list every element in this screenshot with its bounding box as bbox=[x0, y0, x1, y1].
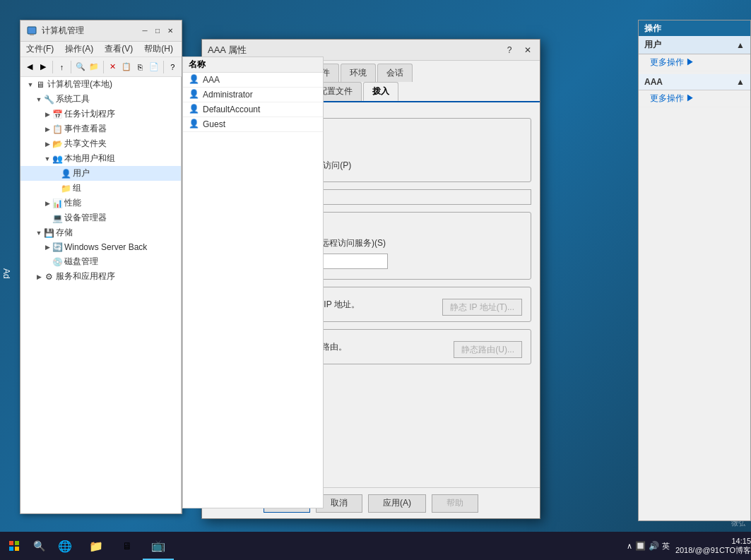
cm-minimize-button[interactable]: ─ bbox=[139, 25, 150, 37]
ops-more-actions2[interactable]: 更多操作 ▶ bbox=[639, 90, 750, 107]
icon-groups: 📁 bbox=[60, 183, 71, 194]
tree-item-root[interactable]: ▼ 🖥 计算机管理(本地) bbox=[20, 77, 181, 92]
cm-title: 计算机管理 bbox=[42, 25, 135, 37]
cm-close-button[interactable]: ✕ bbox=[165, 25, 176, 37]
toolbar-copy[interactable]: ⎘ bbox=[134, 59, 146, 75]
icon-sys-tools: 🔧 bbox=[43, 94, 54, 105]
svg-rect-2 bbox=[9, 541, 13, 545]
taskbar-search-button[interactable]: 🔍 bbox=[28, 532, 49, 560]
toolbar-properties[interactable]: 📋 bbox=[120, 59, 132, 75]
user-row-default[interactable]: 👤 DefaultAccount bbox=[183, 102, 323, 117]
taskbar-cm-icon[interactable]: 🖥 bbox=[112, 532, 143, 560]
toolbar-delete[interactable]: ✕ bbox=[107, 59, 119, 75]
toolbar-back[interactable]: ◀ bbox=[23, 59, 35, 75]
taskbar-explorer-icon[interactable]: 📁 bbox=[81, 532, 112, 560]
ops-section2-label: AAA bbox=[644, 77, 663, 87]
ops-panel-header: 操作 bbox=[639, 20, 750, 36]
expand-storage[interactable]: ▼ bbox=[35, 229, 43, 237]
windows-logo-icon bbox=[8, 540, 20, 552]
expand-event-viewer[interactable]: ▶ bbox=[43, 125, 52, 133]
static-routes-button[interactable]: 静态路由(U)... bbox=[454, 341, 522, 358]
expand-svc-apps[interactable]: ▶ bbox=[35, 273, 43, 281]
expand-sys-tools[interactable]: ▼ bbox=[35, 95, 43, 104]
icon-storage: 💾 bbox=[43, 227, 54, 239]
tree-item-local-users[interactable]: ▼ 👥 本地用户和组 bbox=[20, 151, 181, 166]
tree-item-groups[interactable]: ▶ 📁 组 bbox=[20, 181, 181, 196]
tree-item-storage[interactable]: ▼ 💾 存储 bbox=[20, 225, 181, 240]
tree-item-event-viewer[interactable]: ▶ 📋 事件查看器 bbox=[20, 121, 181, 136]
menu-help[interactable]: 帮助(H) bbox=[138, 42, 179, 57]
tree-item-dev-mgr[interactable]: ▶ 💻 设备管理器 bbox=[20, 210, 181, 225]
tree-label-task-sched: 任务计划程序 bbox=[64, 108, 115, 120]
cm-window-buttons: ─ □ ✕ bbox=[139, 25, 176, 37]
icon-disk-mgmt: 💿 bbox=[52, 256, 63, 268]
dialog-title: AAA 属性 bbox=[208, 44, 499, 56]
expand-task-sched[interactable]: ▶ bbox=[43, 110, 52, 119]
server-icon: 📺 bbox=[151, 539, 165, 552]
menu-file[interactable]: 文件(F) bbox=[20, 42, 59, 57]
apply-button[interactable]: 应用(A) bbox=[368, 494, 426, 513]
user-row-guest[interactable]: 👤 Guest bbox=[183, 117, 323, 132]
tree-label-sys-tools: 系统工具 bbox=[56, 93, 90, 105]
toolbar-help[interactable]: ? bbox=[166, 59, 178, 75]
tree-item-sys-tools[interactable]: ▼ 🔧 系统工具 bbox=[20, 92, 181, 107]
ops-section1-title[interactable]: 用户 ▲ bbox=[639, 36, 750, 54]
tree-item-perf[interactable]: ▶ 📊 性能 bbox=[20, 196, 181, 210]
volume-icon[interactable]: 🔊 bbox=[649, 541, 659, 551]
ops-section2-title[interactable]: AAA ▲ bbox=[639, 74, 750, 90]
user-label-admin: Administrator bbox=[203, 90, 253, 100]
toolbar-paste[interactable]: 📄 bbox=[148, 59, 160, 75]
tree-item-svc-apps[interactable]: ▶ ⚙ 服务和应用程序 bbox=[20, 269, 181, 284]
expand-shared-folders[interactable]: ▶ bbox=[43, 140, 52, 148]
dialog-help-button[interactable]: ? bbox=[503, 44, 516, 56]
taskbar-server-icon[interactable]: 📺 bbox=[143, 532, 174, 560]
toolbar-folders[interactable]: 📁 bbox=[88, 59, 100, 75]
expand-root[interactable]: ▼ bbox=[26, 81, 35, 89]
network-icon: 🔲 bbox=[635, 541, 646, 551]
ops-section1-icon: ▲ bbox=[736, 40, 745, 50]
icon-event-viewer: 📋 bbox=[52, 124, 63, 135]
tree-label-users: 用户 bbox=[73, 167, 90, 179]
notification-caret[interactable]: ∧ bbox=[627, 542, 632, 551]
svg-rect-5 bbox=[15, 547, 19, 551]
ops-more-actions1[interactable]: 更多操作 ▶ bbox=[639, 54, 750, 71]
cm-menubar: 文件(F) 操作(A) 查看(V) 帮助(H) bbox=[20, 42, 182, 57]
help-button[interactable]: 帮助 bbox=[432, 494, 478, 513]
tree-item-disk-mgmt[interactable]: ▶ 💿 磁盘管理 bbox=[20, 254, 181, 269]
toolbar-separator2 bbox=[71, 61, 71, 73]
icon-user-admin: 👤 bbox=[189, 89, 200, 100]
ops-section1-label: 用户 bbox=[644, 39, 661, 51]
user-row-aaa[interactable]: 👤 AAA bbox=[183, 73, 323, 88]
user-label-default: DefaultAccount bbox=[203, 105, 260, 114]
taskbar-start-button[interactable] bbox=[0, 532, 28, 560]
user-row-admin[interactable]: 👤 Administrator bbox=[183, 88, 323, 102]
menu-view[interactable]: 查看(V) bbox=[99, 42, 138, 57]
tab-dial-in[interactable]: 拨入 bbox=[363, 82, 398, 101]
tree-label-perf: 性能 bbox=[64, 197, 81, 209]
toolbar-forward[interactable]: ▶ bbox=[37, 59, 49, 75]
taskbar-clock[interactable]: 14:15 2018/@@91CTO博客 bbox=[675, 537, 751, 556]
tree-item-task-sched[interactable]: ▶ 📅 任务计划程序 bbox=[20, 107, 181, 121]
icon-shared-folders: 📂 bbox=[52, 138, 63, 150]
cm-maximize-button[interactable]: □ bbox=[152, 25, 163, 37]
ops-panel: 操作 用户 ▲ 更多操作 ▶ AAA ▲ 更多操作 ▶ bbox=[638, 20, 751, 521]
language-indicator[interactable]: 英 bbox=[662, 541, 670, 552]
tab-env[interactable]: 环境 bbox=[341, 64, 376, 82]
dialog-close-button[interactable]: ✕ bbox=[521, 44, 534, 56]
dialog-title-buttons: ? ✕ bbox=[503, 44, 534, 56]
tree-item-shared-folders[interactable]: ▶ 📂 共享文件夹 bbox=[20, 136, 181, 151]
ops-more-icon2: ▶ bbox=[686, 93, 694, 103]
menu-action[interactable]: 操作(A) bbox=[59, 42, 99, 57]
tab-session[interactable]: 会话 bbox=[377, 64, 413, 82]
static-ip-button[interactable]: 静态 IP 地址(T)... bbox=[442, 299, 522, 316]
expand-win-backup[interactable]: ▶ bbox=[43, 243, 52, 251]
expand-local-users[interactable]: ▼ bbox=[43, 155, 52, 163]
tree-item-users[interactable]: ▶ 👤 用户 bbox=[20, 166, 181, 181]
expand-perf[interactable]: ▶ bbox=[43, 199, 52, 208]
tree-item-win-backup[interactable]: ▶ 🔄 Windows Server Back bbox=[20, 240, 181, 254]
taskbar-ie-icon[interactable]: 🌐 bbox=[49, 532, 81, 560]
toolbar-search[interactable]: 🔍 bbox=[74, 59, 86, 75]
verify-caller-input[interactable] bbox=[295, 189, 531, 205]
toolbar-up[interactable]: ↑ bbox=[56, 59, 68, 75]
user-label-aaa: AAA bbox=[203, 75, 220, 85]
